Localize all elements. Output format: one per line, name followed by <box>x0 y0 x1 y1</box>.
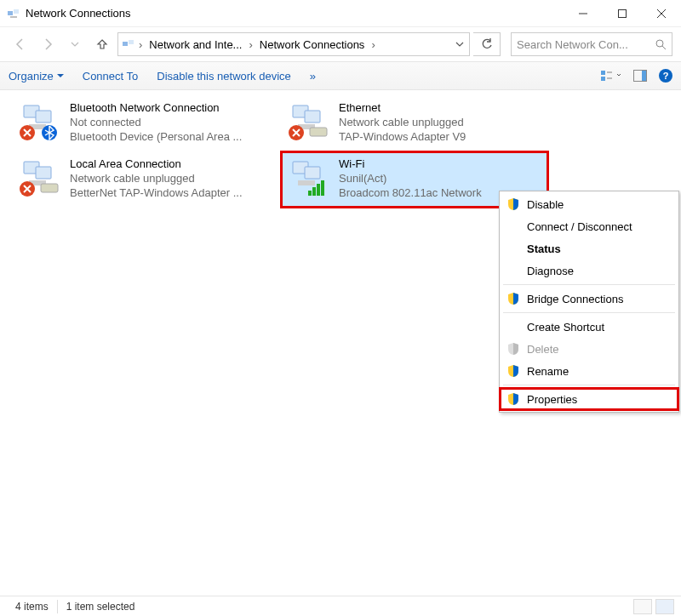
details-view-button[interactable] <box>633 599 652 614</box>
svg-rect-2 <box>10 16 17 18</box>
connection-name: Local Area Connection <box>70 157 243 171</box>
status-count: 4 items <box>7 601 57 613</box>
chevron-right-icon[interactable]: › <box>137 38 144 51</box>
breadcrumb-item[interactable]: Network Connections <box>256 38 369 51</box>
svg-rect-36 <box>298 180 315 185</box>
network-connections-icon <box>7 7 20 20</box>
menu-rename[interactable]: Rename <box>500 360 678 382</box>
connection-device: BetterNet TAP-Windows Adapter ... <box>70 185 243 200</box>
svg-rect-35 <box>305 167 320 179</box>
menu-properties[interactable]: Properties <box>500 388 678 410</box>
svg-rect-4 <box>619 9 627 17</box>
breadcrumb-bar[interactable]: › Network and Inte... › Network Connecti… <box>117 32 470 56</box>
search-placeholder: Search Network Con... <box>517 38 655 51</box>
back-button[interactable] <box>9 32 32 56</box>
svg-rect-25 <box>305 111 320 123</box>
svg-rect-7 <box>123 42 128 46</box>
window-title: Network Connections <box>26 7 564 20</box>
connect-to-button[interactable]: Connect To <box>83 70 139 83</box>
recent-dropdown[interactable] <box>63 32 87 56</box>
connection-status: Network cable unplugged <box>70 171 243 185</box>
menu-status[interactable]: Status <box>500 237 678 260</box>
chevron-down-icon[interactable] <box>454 40 466 48</box>
connection-name: Ethernet <box>339 100 466 115</box>
chevron-right-icon[interactable]: › <box>369 38 376 51</box>
menu-create-shortcut[interactable]: Create Shortcut <box>500 316 678 338</box>
svg-rect-16 <box>642 71 646 81</box>
menu-diagnose[interactable]: Diagnose <box>500 260 678 282</box>
maximize-button[interactable] <box>603 0 642 27</box>
svg-text:?: ? <box>663 71 669 81</box>
shield-icon <box>506 197 520 211</box>
menu-connect-disconnect[interactable]: Connect / Disconnect <box>500 215 678 237</box>
network-device-icon <box>286 157 330 197</box>
menu-separator <box>503 284 675 285</box>
up-button[interactable] <box>90 32 114 56</box>
minimize-button[interactable] <box>564 0 603 27</box>
connection-item-bluetooth[interactable]: Bluetooth Network Connection Not connect… <box>14 97 278 150</box>
address-bar: › Network and Inte... › Network Connecti… <box>0 27 681 61</box>
menu-separator <box>503 385 675 385</box>
context-menu: Disable Connect / Disconnect Status Diag… <box>499 191 679 413</box>
svg-rect-13 <box>607 71 612 73</box>
svg-line-10 <box>662 46 666 49</box>
disable-device-button[interactable]: Disable this network device <box>157 70 291 83</box>
connection-device: Broadcom 802.11ac Network <box>339 185 482 200</box>
svg-rect-37 <box>308 191 312 196</box>
svg-rect-0 <box>8 11 13 15</box>
refresh-button[interactable] <box>473 32 501 56</box>
connection-item-lan[interactable]: Local Area Connection Network cable unpl… <box>14 153 278 206</box>
svg-point-9 <box>656 40 663 47</box>
chevron-right-icon[interactable]: › <box>247 38 254 51</box>
shield-icon <box>506 364 520 378</box>
svg-rect-40 <box>321 180 324 196</box>
connection-device: TAP-Windows Adapter V9 <box>339 129 466 144</box>
connection-name: Wi-Fi <box>339 157 482 171</box>
forward-button[interactable] <box>36 32 60 56</box>
status-selected: 1 item selected <box>58 601 144 613</box>
svg-rect-28 <box>310 128 327 136</box>
menu-delete: Delete <box>500 338 678 360</box>
svg-rect-33 <box>41 184 58 192</box>
svg-rect-1 <box>14 9 19 14</box>
svg-rect-39 <box>317 184 320 196</box>
titlebar: Network Connections <box>0 0 681 27</box>
search-icon <box>655 38 667 50</box>
connection-status: Network cable unplugged <box>339 115 466 129</box>
tiles-view-button[interactable] <box>655 599 674 614</box>
organize-menu[interactable]: Organize <box>9 70 64 83</box>
svg-rect-11 <box>601 71 605 75</box>
status-bar: 4 items 1 item selected <box>0 596 681 616</box>
svg-rect-12 <box>601 77 605 81</box>
folder-icon <box>122 37 135 51</box>
close-button[interactable] <box>642 0 681 27</box>
view-options-button[interactable] <box>599 69 621 83</box>
connection-status: Sunil(Act) <box>339 171 482 185</box>
svg-rect-8 <box>129 40 134 44</box>
shield-icon <box>506 342 520 356</box>
breadcrumb-item[interactable]: Network and Inte... <box>146 38 245 51</box>
shield-icon <box>506 292 520 305</box>
connection-item-ethernet[interactable]: Ethernet Network cable unplugged TAP-Win… <box>283 97 547 150</box>
connection-name: Bluetooth Network Connection <box>70 100 242 115</box>
command-toolbar: Organize Connect To Disable this network… <box>0 61 681 90</box>
preview-pane-button[interactable] <box>633 70 647 82</box>
menu-disable[interactable]: Disable <box>500 193 678 215</box>
svg-rect-30 <box>36 167 51 179</box>
connection-status: Not connected <box>70 115 242 129</box>
svg-rect-20 <box>36 111 51 123</box>
network-device-icon <box>17 157 61 197</box>
shield-icon <box>506 392 520 406</box>
svg-rect-14 <box>607 77 612 79</box>
menu-bridge[interactable]: Bridge Connections <box>500 288 678 310</box>
network-device-icon <box>286 100 330 141</box>
menu-separator <box>503 312 675 313</box>
svg-rect-38 <box>312 187 316 196</box>
network-device-icon <box>17 100 61 141</box>
help-button[interactable]: ? <box>659 69 672 83</box>
connection-device: Bluetooth Device (Personal Area ... <box>70 129 242 144</box>
search-input[interactable]: Search Network Con... <box>511 32 672 56</box>
more-commands[interactable]: » <box>310 70 316 83</box>
